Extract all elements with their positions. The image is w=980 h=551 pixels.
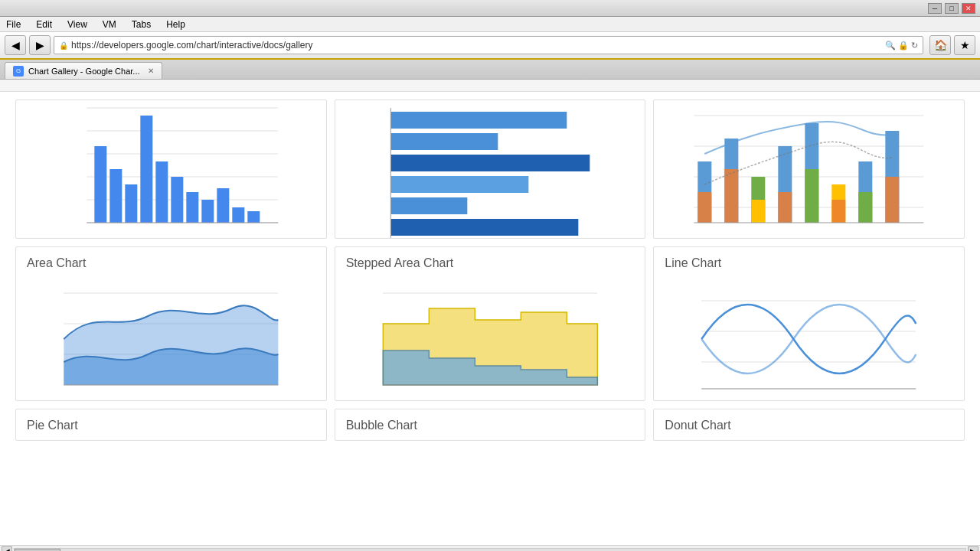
gallery-grid: Area Chart (15, 99, 965, 441)
pie-chart-title: Pie Chart (16, 409, 326, 440)
window-controls: ─ □ ✕ (928, 3, 975, 14)
forward-button[interactable]: ▶ (29, 35, 51, 55)
bar-chart-preview (16, 100, 326, 238)
svg-rect-38 (805, 169, 819, 223)
stepped-area-chart-card[interactable]: Stepped Area Chart (335, 246, 646, 401)
svg-rect-18 (390, 112, 567, 129)
star-button[interactable]: ★ (954, 35, 975, 55)
svg-rect-6 (94, 146, 106, 223)
menu-vm[interactable]: VM (100, 18, 119, 31)
scroll-thumb[interactable] (15, 549, 60, 552)
svg-rect-22 (390, 197, 467, 214)
svg-rect-12 (186, 192, 198, 223)
bubble-chart-card[interactable]: Bubble Chart (335, 409, 646, 441)
tab-close-button[interactable]: ✕ (148, 67, 154, 75)
area-chart-title: Area Chart (16, 247, 326, 278)
scroll-left-button[interactable]: ◀ (2, 546, 12, 552)
bubble-chart-title: Bubble Chart (335, 409, 645, 440)
tab-label: Chart Gallery - Google Char... (28, 67, 140, 76)
menu-file[interactable]: File (3, 18, 24, 31)
stepped-area-chart-title: Stepped Area Chart (335, 247, 645, 278)
svg-rect-7 (109, 169, 122, 223)
svg-rect-20 (390, 155, 590, 171)
hbar-chart-card[interactable] (335, 99, 646, 239)
tab-favicon: G (13, 66, 24, 77)
combo-chart-card[interactable] (653, 99, 965, 239)
home-button[interactable]: 🏠 (929, 35, 951, 55)
svg-rect-21 (390, 176, 528, 193)
browser-tab[interactable]: G Chart Gallery - Google Char... ✕ (5, 62, 162, 79)
svg-rect-44 (886, 177, 900, 223)
svg-rect-9 (140, 116, 152, 223)
svg-rect-34 (752, 200, 766, 223)
top-scrollbar (0, 80, 980, 92)
pie-chart-card[interactable]: Pie Chart (15, 409, 327, 441)
svg-rect-16 (247, 211, 260, 223)
svg-rect-30 (698, 192, 712, 223)
horizontal-scrollbar: ◀ ▶ (0, 545, 980, 551)
menu-edit[interactable]: Edit (33, 18, 55, 31)
scroll-right-button[interactable]: ▶ (968, 546, 978, 552)
content-area: Area Chart (0, 92, 980, 545)
refresh-icon[interactable]: ↻ (911, 41, 918, 51)
url-text: https://developers.google.com/chart/inte… (71, 40, 885, 51)
combo-chart-preview (654, 100, 964, 238)
ssl-icon: 🔒 (898, 41, 909, 51)
svg-rect-10 (155, 161, 168, 223)
donut-chart-card[interactable]: Donut Chart (653, 409, 965, 441)
area-chart-preview (16, 278, 326, 400)
menu-bar: File Edit View VM Tabs Help (0, 17, 980, 32)
svg-rect-23 (390, 219, 578, 236)
menu-view[interactable]: View (64, 18, 90, 31)
line-chart-card[interactable]: Line Chart (653, 246, 965, 401)
svg-rect-11 (171, 177, 183, 223)
stepped-area-chart-preview (335, 278, 645, 400)
area-chart-card[interactable]: Area Chart (15, 246, 327, 401)
bar-chart-card[interactable] (15, 99, 327, 239)
svg-rect-32 (725, 169, 739, 223)
lock-icon: 🔒 (59, 41, 68, 50)
scroll-track[interactable] (14, 548, 966, 552)
svg-rect-42 (859, 192, 873, 223)
address-bar[interactable]: 🔒 https://developers.google.com/chart/in… (54, 36, 923, 54)
line-chart-preview (654, 278, 964, 400)
svg-rect-19 (390, 133, 498, 150)
donut-chart-title: Donut Chart (654, 409, 964, 440)
svg-rect-36 (779, 192, 792, 223)
search-icon: 🔍 (885, 41, 896, 51)
close-button[interactable]: ✕ (962, 3, 975, 14)
minimize-button[interactable]: ─ (928, 3, 942, 14)
hbar-chart-preview (335, 100, 645, 238)
svg-rect-8 (125, 184, 137, 223)
tab-bar: G Chart Gallery - Google Char... ✕ (0, 60, 980, 80)
back-button[interactable]: ◀ (5, 35, 26, 55)
svg-rect-14 (217, 188, 229, 223)
menu-tabs[interactable]: Tabs (129, 18, 154, 31)
svg-rect-40 (832, 200, 846, 223)
maximize-button[interactable]: □ (945, 3, 959, 14)
svg-rect-15 (232, 207, 244, 223)
title-bar: ─ □ ✕ (0, 0, 980, 17)
nav-bar: ◀ ▶ 🔒 https://developers.google.com/char… (0, 32, 980, 60)
line-chart-title: Line Chart (654, 247, 964, 278)
menu-help[interactable]: Help (163, 18, 188, 31)
svg-rect-13 (201, 200, 214, 223)
